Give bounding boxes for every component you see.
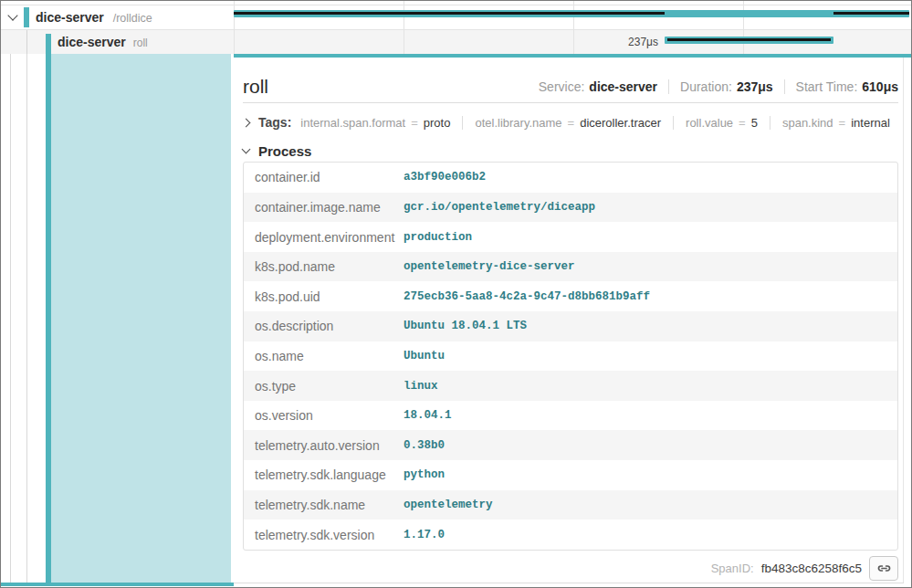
self-time-segment	[234, 12, 665, 15]
spanid-label: SpanID:	[711, 562, 754, 575]
panel-right-border	[903, 58, 904, 583]
tags-section-label: Tags:	[258, 115, 291, 130]
process-accordion-header[interactable]: Process	[243, 141, 311, 161]
span-row-child[interactable]: dice-serverroll	[58, 30, 148, 54]
header-divider	[243, 102, 898, 103]
stat-value: 610μs	[862, 79, 898, 94]
tag-key: span.kind	[782, 116, 833, 130]
process-table-row: container.image.name gcr.io/opentelemetr…	[244, 193, 897, 223]
stat-duration: Duration: 237μs	[668, 79, 773, 94]
stat-value: dice-server	[589, 79, 657, 94]
process-table-row: telemetry.sdk.version 1.17.0	[244, 520, 897, 550]
process-key: container.id	[244, 170, 404, 184]
chevron-down-icon	[242, 145, 251, 154]
tree-indent-guide	[26, 54, 27, 583]
process-table-row: telemetry.sdk.name opentelemetry	[244, 490, 897, 520]
process-table-row: telemetry.auto.version 0.38b0	[244, 430, 897, 460]
tag-item: span.kind = internal	[770, 116, 890, 130]
process-value: python	[404, 468, 445, 481]
process-table-row: k8s.pod.uid 275ecb36-5aa8-4c2a-9c47-d8bb…	[244, 281, 897, 311]
stat-label: Duration:	[680, 79, 732, 94]
tags-accordion-header[interactable]: Tags: internal.span.format = proto otel.…	[243, 110, 898, 135]
link-icon	[876, 561, 892, 576]
process-key: telemetry.auto.version	[244, 438, 404, 453]
tag-key: roll.value	[686, 116, 733, 130]
timeline-gridline	[743, 1, 744, 54]
tag-key: internal.span.format	[300, 116, 405, 130]
span-operation-name: roll	[133, 37, 148, 49]
process-value: 18.04.1	[404, 409, 452, 422]
panel-bottom-border	[234, 583, 904, 583]
span-service-name: dice-server	[58, 35, 126, 49]
process-key: deployment.environment	[244, 230, 404, 245]
span-detail-panel: roll Service: dice-server Duration: 237μ…	[234, 54, 911, 587]
stat-start-time: Start Time: 610μs	[784, 79, 898, 94]
process-key: os.type	[244, 379, 404, 394]
tag-list: internal.span.format = proto otel.librar…	[300, 116, 890, 130]
jaeger-trace-timeline-view: dice-server/rolldice dice-serverroll 237…	[0, 0, 912, 588]
tag-value: proto	[424, 116, 451, 130]
process-value: 1.17.0	[404, 529, 445, 541]
service-color-bar	[46, 34, 51, 54]
span-detail-header: roll Service: dice-server Duration: 237μ…	[243, 72, 898, 101]
chevron-down-icon[interactable]	[7, 10, 17, 20]
deep-link-button[interactable]	[869, 556, 898, 581]
stat-label: Start Time:	[796, 79, 858, 94]
child-span-duration-bar[interactable]	[665, 37, 833, 44]
process-table: container.id a3bf90e006b2 container.imag…	[243, 162, 898, 551]
process-value: 0.38b0	[404, 439, 445, 452]
tag-key: otel.library.name	[475, 116, 561, 130]
timeline-gridline	[404, 1, 404, 54]
process-table-row: deployment.environment production	[244, 222, 897, 252]
service-color-bar	[24, 7, 29, 27]
process-key: telemetry.sdk.version	[244, 528, 404, 542]
tag-equals: =	[739, 116, 746, 130]
selected-row-bottom-border	[1, 583, 234, 586]
process-table-row: container.id a3bf90e006b2	[244, 163, 897, 193]
span-operation-name: /rolldice	[113, 12, 152, 25]
selected-span-highlight	[51, 54, 231, 583]
process-value: gcr.io/opentelemetry/diceapp	[404, 201, 595, 214]
process-key: k8s.pod.uid	[244, 289, 404, 304]
process-value: 275ecb36-5aa8-4c2a-9c47-d8bb681b9aff	[404, 290, 650, 303]
process-table-row: os.type linux	[244, 371, 897, 401]
span-detail-title: roll	[243, 76, 268, 98]
process-key: os.name	[244, 349, 404, 363]
tree-indent-guide	[26, 30, 27, 54]
span-row-parent[interactable]: dice-server/rolldice	[36, 5, 152, 29]
timeline-gridline	[573, 1, 574, 54]
self-time-segment	[667, 38, 831, 41]
span-detail-footer: SpanID: fb483c8c6258f6c5	[711, 554, 898, 582]
process-table-row: k8s.pod.name opentelemetry-dice-server	[244, 252, 897, 282]
tag-value: 5	[751, 116, 758, 130]
process-key: os.version	[244, 408, 404, 423]
span-detail-stats: Service: dice-server Duration: 237μs Sta…	[539, 79, 898, 94]
process-value: Ubuntu 18.04.1 LTS	[404, 320, 527, 332]
tag-item: internal.span.format = proto	[300, 116, 450, 130]
tree-indent-guide	[10, 54, 11, 583]
parent-span-duration-bar[interactable]	[234, 10, 909, 17]
span-duration-label: 237μs	[585, 30, 658, 54]
process-key: k8s.pod.name	[244, 259, 404, 274]
tag-equals: =	[411, 116, 418, 130]
tag-item: otel.library.name = diceroller.tracer	[462, 116, 661, 130]
process-key: container.image.name	[244, 200, 404, 215]
tag-equals: =	[839, 116, 846, 130]
process-table-row: os.version 18.04.1	[244, 401, 897, 431]
process-value: opentelemetry	[404, 499, 493, 511]
process-key: telemetry.sdk.language	[244, 467, 404, 482]
process-section-label: Process	[258, 143, 311, 159]
process-key: os.description	[244, 319, 404, 333]
process-key: telemetry.sdk.name	[244, 498, 404, 512]
stat-value: 237μs	[737, 79, 773, 94]
tag-equals: =	[568, 116, 575, 130]
process-value: opentelemetry-dice-server	[404, 260, 575, 273]
stat-label: Service:	[539, 79, 585, 94]
process-table-row: telemetry.sdk.language python	[244, 460, 897, 490]
stat-service: Service: dice-server	[539, 79, 657, 94]
process-value: linux	[404, 380, 438, 393]
self-time-segment	[833, 12, 909, 15]
process-table-row: os.description Ubuntu 18.04.1 LTS	[244, 311, 897, 341]
process-table-row: os.name Ubuntu	[244, 341, 897, 372]
tag-item: roll.value = 5	[673, 116, 758, 130]
